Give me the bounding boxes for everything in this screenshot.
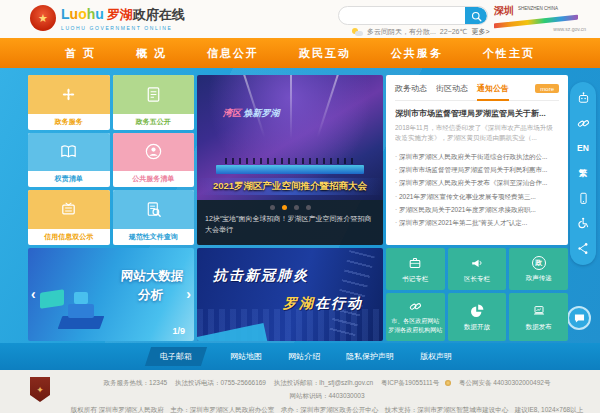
news-list-item[interactable]: 深圳市罗湖区人民政府关于街道综合行政执法的公...	[395, 150, 559, 163]
nav-item-interaction[interactable]: 政民互动	[299, 46, 351, 61]
dna-decoration	[329, 250, 375, 338]
carousel-next-arrow[interactable]: ›	[186, 286, 191, 302]
accessibility-button[interactable]	[573, 215, 593, 233]
news-more-button[interactable]: more	[535, 84, 559, 93]
footer-text: 政务服务热线：12345 执法投诉电话：0755-25666169 执法投诉邮箱…	[68, 376, 586, 413]
shenzhen-logo-cn: 深圳	[494, 4, 514, 18]
tile-public-service-list[interactable]: 公共服务清单	[113, 133, 195, 188]
tile-power-list[interactable]: 权责清单	[28, 133, 110, 188]
covid-banner-line1: 抗击新冠肺炎	[213, 267, 309, 285]
quicklink-government-voice[interactable]: 政 政声传递	[509, 248, 568, 290]
nav-item-home[interactable]: 首 页	[65, 46, 96, 61]
document-icon	[144, 85, 163, 104]
news-list-item[interactable]: 深圳市市场监督管理局罗湖监管局关于利民利惠市...	[395, 163, 559, 176]
news-tabs: 政务动态 街区动态 通知公告 more	[395, 83, 559, 101]
quicklink-label: 市、各区政府网站罗湖各政府机构网站	[388, 317, 442, 334]
english-toggle[interactable]: EN	[573, 139, 593, 157]
pie-chart-icon	[469, 303, 485, 319]
link-copyright[interactable]: 版权声明	[420, 351, 452, 362]
covid-banner[interactable]: 抗击新冠肺炎 罗湖在行动	[197, 248, 383, 341]
related-links-button[interactable]	[573, 114, 593, 132]
search-input[interactable]	[339, 7, 465, 24]
news-list: 深圳市罗湖区人民政府关于街道综合行政执法的公... 深圳市市场监督管理局罗湖监管…	[395, 150, 559, 230]
tile-credit-disclosure[interactable]: 信用信息双公示	[28, 190, 110, 245]
footer-police[interactable]: 粤公网安备 44030302000492号	[459, 379, 550, 386]
nav-item-overview[interactable]: 概 况	[136, 46, 167, 61]
news-panel: 政务动态 街区动态 通知公告 more 深圳市市场监督管理局罗湖监管局关于新..…	[386, 75, 568, 245]
service-tiles: 政务服务 政务五公开 权责清单 公共服务清单 信用信息双公示 规范性文件查询	[28, 75, 194, 245]
robot-assistant-button[interactable]	[573, 89, 593, 107]
footer-line1: 政务服务热线：12345 执法投诉电话：0755-25666169 执法投诉邮箱…	[68, 376, 586, 403]
tile-label: 信用信息双公示	[28, 229, 110, 245]
tab-government-updates[interactable]: 政务动态	[395, 83, 427, 94]
share-button[interactable]	[573, 240, 593, 258]
traditional-chinese-toggle[interactable]: 繁	[573, 165, 593, 183]
tile-regulatory-file-search[interactable]: 规范性文件查询	[113, 190, 195, 245]
tile-government-services[interactable]: 政务服务	[28, 75, 110, 130]
bottom-links-bar: 电子邮箱 网站地图 网站介绍 隐私保护声明 版权声明	[0, 343, 600, 370]
news-list-item[interactable]: 罗湖区民政局关于2021年度罗湖区承接政府职...	[395, 203, 559, 216]
tile-label: 权责清单	[28, 171, 110, 187]
mobile-version-button[interactable]	[573, 190, 593, 208]
bigdata-banner[interactable]: 网站大数据分析 ‹ › 1/9	[28, 248, 194, 341]
quicklink-data-release[interactable]: 数据发布	[509, 293, 568, 341]
news-list-item[interactable]: 2021年罗湖区宣传文化事业发展专项经费第三...	[395, 190, 559, 203]
quicklink-open-data[interactable]: 数据开放	[448, 293, 507, 341]
weather-widget: 多云间阴天，有分散... 22~26℃ 更多>	[352, 27, 489, 37]
quicklink-label: 数据发布	[526, 322, 552, 331]
carousel-dot-4[interactable]	[306, 205, 311, 210]
site-subtitle: LUOHU GOVERNMENT ONLINE	[61, 25, 185, 31]
banner-page-indicator: 1/9	[172, 326, 185, 336]
floating-assistant-button[interactable]	[567, 306, 591, 330]
carousel-dot-2-active[interactable]	[282, 205, 287, 210]
nav-item-public-services[interactable]: 公共服务	[391, 46, 443, 61]
link-sitemap[interactable]: 网站地图	[230, 351, 262, 362]
carousel-dot-3[interactable]	[294, 205, 299, 210]
nav-item-info-disclosure[interactable]: 信息公开	[207, 46, 259, 61]
footer-complaint-tel: 执法投诉电话：0755-25666169	[175, 379, 266, 386]
footer-line2: 版权所有 深圳市罗湖区人民政府 主办：深圳市罗湖区人民政府办公室 承办：深圳市罗…	[68, 403, 586, 413]
government-badge-icon[interactable]: ✦	[30, 377, 50, 402]
slide-title: 2021罗湖区产业空间推介暨招商大会	[197, 178, 383, 195]
quicklink-secretary-column[interactable]: 书记专栏	[386, 248, 445, 290]
carousel-dot-1[interactable]	[270, 205, 275, 210]
news-list-item[interactable]: 深圳市罗湖区2021年第二批“菁英人才”认定...	[395, 216, 559, 229]
police-badge-icon	[445, 380, 451, 386]
carousel-slide[interactable]: 湾区 焕新罗湖 2021罗湖区产业空间推介暨招商大会	[197, 75, 383, 200]
nav-item-personal-home[interactable]: 个性主页	[483, 46, 535, 61]
news-carousel: 湾区 焕新罗湖 2021罗湖区产业空间推介暨招商大会 12块“宝地”面向全球招商…	[197, 75, 383, 245]
news-headline[interactable]: 深圳市市场监督管理局罗湖监管局关于新...	[395, 108, 559, 119]
news-list-item[interactable]: 深圳市罗湖区人民政府关于发布《深圳至深汕合作...	[395, 176, 559, 189]
carousel-prev-arrow[interactable]: ‹	[31, 286, 36, 302]
quicklink-label: 书记专栏	[402, 274, 428, 283]
page: ★ Luohu 罗湖政府在线 LUOHU GOVERNMENT ONLINE 多…	[0, 0, 600, 413]
search-icon	[470, 10, 483, 23]
chat-bubble-icon	[573, 312, 586, 325]
top-header: ★ Luohu 罗湖政府在线 LUOHU GOVERNMENT ONLINE 多…	[0, 0, 600, 38]
tile-label: 政务五公开	[113, 114, 195, 130]
weather-more-link[interactable]: 更多>	[471, 27, 489, 37]
tile-five-disclosures[interactable]: 政务五公开	[113, 75, 195, 130]
site-logo[interactable]: ★ Luohu 罗湖政府在线 LUOHU GOVERNMENT ONLINE	[30, 5, 185, 31]
shenzhen-logo[interactable]: 深圳 SHENZHEN CHINA www.sz.gov.cn	[494, 4, 586, 32]
search-button[interactable]	[465, 7, 487, 25]
file-search-icon	[144, 200, 163, 219]
tab-notices-active[interactable]: 通知公告	[477, 83, 509, 94]
quicklink-mayor-column[interactable]: 区长专栏	[448, 248, 507, 290]
national-emblem-icon: ★	[30, 5, 56, 31]
share-icon	[576, 241, 591, 256]
carousel-caption[interactable]: 12块“宝地”面向全球招商！罗湖区产业空间推介暨招商大会举行	[197, 214, 383, 236]
link-site-intro[interactable]: 网站介绍	[288, 351, 320, 362]
tile-label: 规范性文件查询	[113, 229, 195, 245]
footer-icp[interactable]: 粤ICP备19055111号	[381, 379, 439, 386]
link-email[interactable]: 电子邮箱	[145, 347, 207, 366]
quicklink-government-websites[interactable]: 市、各区政府网站罗湖各政府机构网站	[386, 293, 445, 341]
covid-banner-line2: 罗湖在行动	[283, 295, 363, 313]
zheng-badge-icon: 政	[532, 256, 546, 270]
tile-label: 政务服务	[28, 114, 110, 130]
weather-temperature: 22~26℃	[440, 28, 468, 36]
link-privacy[interactable]: 隐私保护声明	[346, 351, 394, 362]
quicklink-label: 政声传递	[526, 273, 552, 282]
brand-letters: Luohu	[61, 6, 104, 22]
tab-district-updates[interactable]: 街区动态	[436, 83, 468, 94]
